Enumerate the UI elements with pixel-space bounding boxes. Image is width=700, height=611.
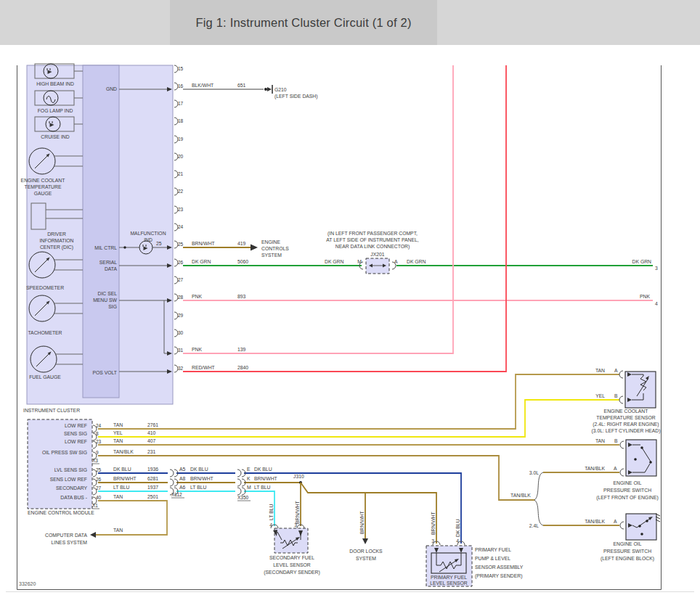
mil-pin-label: 25 xyxy=(156,241,162,246)
oil-switch-front-label-1: ENGINE OIL xyxy=(614,480,642,485)
oil-pressure-switch-block: ENGINE OIL PRESSURE SWITCH (LEFT ENGINE … xyxy=(601,514,660,562)
exit-color-label: PNK xyxy=(640,294,650,299)
primary-assembly-label-2: PUMP & LEVEL xyxy=(475,556,510,561)
x350-pin-label: K xyxy=(247,476,251,481)
jx201-id: JX201 xyxy=(370,252,384,257)
door-locks-label-2: SYSTEM xyxy=(356,556,376,561)
cluster-pin-21: 21 xyxy=(178,171,184,176)
ecm-signal-27: SECONDARY xyxy=(56,485,87,491)
wire-circuit-label: 419 xyxy=(237,241,246,246)
primary-sensor-label-1: PRIMARY FUEL xyxy=(431,575,467,580)
x350-color-label: DK BLU xyxy=(254,467,272,472)
ecm-connector-x1: X1 xyxy=(92,503,98,508)
ecm-label: ENGINE CONTROL MODULE xyxy=(28,510,94,515)
offpage-arrow-icon xyxy=(90,532,96,538)
oil-switch-block-label-2: PRESSURE SWITCH xyxy=(603,549,651,554)
cluster-pin-30: 30 xyxy=(178,330,184,335)
wire-circuit-label: 1937 xyxy=(147,485,158,490)
wire-circuit-label: 1936 xyxy=(147,467,158,472)
secondary-sensor-label-2: LEVEL SENSOR xyxy=(273,562,311,567)
pin3-label: 3 xyxy=(294,522,297,528)
cluster-pin-29: 29 xyxy=(178,313,184,318)
wiring-diagram: INSTRUMENT CLUSTER HIGH BEAM IND FOG LAM… xyxy=(0,0,700,611)
ecm-pin-25: 25 xyxy=(96,467,102,472)
wire-color-label: BRN/WHT xyxy=(113,476,137,481)
primary-assembly-label-1: PRIMARY FUEL xyxy=(475,547,511,552)
engine-controls-label-2: CONTROLS xyxy=(261,246,289,251)
dic-label-2: INFORMATION xyxy=(39,238,73,243)
figure-id: 332620 xyxy=(19,581,36,586)
wire-circuit-label: 2501 xyxy=(147,494,158,499)
pos-volt-label: POS VOLT xyxy=(93,370,118,375)
wire-circuit-label: 5060 xyxy=(237,259,248,264)
x112-pin-label: A5 xyxy=(179,467,186,472)
jx201-note-2: AT LEFT SIDE OF INSTRUMENT PANEL, xyxy=(326,237,419,242)
wire-circuit-label: 407 xyxy=(147,438,156,443)
wire-color-label: DK GRN xyxy=(192,259,211,264)
split-wire-label: TAN/BLK xyxy=(510,493,531,498)
split-bottom-label: 2.4L xyxy=(529,523,539,528)
cluster-pin-15: 15 xyxy=(178,66,184,71)
wire-color-label: TAN xyxy=(113,438,123,443)
wire-circuit-label: 651 xyxy=(237,83,246,88)
tachometer-label: TACHOMETER xyxy=(28,330,62,335)
gnd-label: GND xyxy=(106,86,117,91)
dic-sel-label-3: SIG xyxy=(108,304,117,309)
fuel-gauge-label: FUEL GAUGE xyxy=(29,374,61,380)
cruise-label: CRUISE IND xyxy=(41,134,69,139)
wire-color-label: DK BLU xyxy=(113,467,131,472)
cluster-pin-17: 17 xyxy=(178,101,184,106)
oil-switch-front-label-3: (LEFT FRONT OF ENGINE) xyxy=(596,495,658,501)
door-locks-label-1: DOOR LOCKS xyxy=(349,549,383,554)
branch-top-pin-label: A xyxy=(614,466,617,471)
exit-color-label: DK GRN xyxy=(632,259,652,264)
wire-color-label: LT BLU xyxy=(113,485,130,490)
pin4-wire-label: DK BLU xyxy=(455,519,460,537)
wire-pnk-139: PNK 139 xyxy=(183,65,453,353)
serial-data-label-1: SERIAL xyxy=(99,260,117,265)
wire-brn-wht-419: BRN/WHT 419 ENGINE CONTROLS SYSTEM xyxy=(183,239,289,258)
cluster-pin-32: 32 xyxy=(178,366,184,371)
oil-switch-front-label-2: PRESSURE SWITCH xyxy=(603,488,651,493)
x350-pin-label: M xyxy=(247,485,251,490)
wire-lt-blu-1937: LT BLU 1937 A6 LT BLU M LT BLU xyxy=(98,485,274,526)
speedometer-label: SPEEDOMETER xyxy=(26,285,64,290)
exit-pin-label: 4 xyxy=(655,301,658,306)
instrument-cluster-label: INSTRUMENT CLUSTER xyxy=(23,408,80,413)
pin4-wire-label: LT BLU xyxy=(269,504,274,520)
cluster-pin-22: 22 xyxy=(178,189,184,194)
cluster-pin-31: 31 xyxy=(178,348,184,353)
pin-b-wire-label: TAN xyxy=(595,438,605,443)
branch-bottom-wire-label: TAN/BLK xyxy=(585,519,605,524)
branch-bottom-pin-label: A xyxy=(614,519,617,524)
high-beam-label: HIGH BEAM IND xyxy=(36,81,74,86)
wire-circuit-label: 139 xyxy=(237,347,246,352)
pin3-label: 3 xyxy=(431,538,434,544)
ecm-pin-40: 40 xyxy=(96,495,102,500)
malfunction-label-1: MALFUNCTION xyxy=(130,231,166,236)
engine-controls-label-1: ENGINE xyxy=(261,239,281,245)
wire-color-label: BLK/WHT xyxy=(192,83,213,88)
x112-color-label: BRN/WHT xyxy=(190,476,213,481)
ecm-signal-25: LVL SENS SIG xyxy=(54,467,87,472)
ecm-pin-27: 27 xyxy=(96,485,102,491)
ecm-box: ENGINE CONTROL MODULE LOW REF SENS SIG L… xyxy=(28,419,102,515)
wire-circuit-label: 2840 xyxy=(237,365,248,370)
ecm-signal-9: OIL PRESS SW SIG xyxy=(42,450,87,455)
wire-dk-grn-5060: DK GRN 5060 DK GRN (IN LEFT FRONT PASSEN… xyxy=(183,231,658,274)
wire-color-label: BRN/WHT xyxy=(192,241,215,246)
coolant-temp-sensor: TAN A YEL B ENGINE COOLANT TEMPERATURE S… xyxy=(591,368,660,434)
ecm-connector-x3: X3 xyxy=(92,458,98,463)
dic-label-1: DRIVER xyxy=(47,231,66,237)
x112-color-label: DK BLU xyxy=(190,467,208,472)
malfunction-label-2: IND xyxy=(144,237,152,242)
ecm-pin-26: 26 xyxy=(96,477,102,482)
dic-sel-label-1: DIC SEL xyxy=(98,291,118,296)
wire-blk-wht-651: BLK/WHT 651 G210 (LEFT SIDE DASH) xyxy=(183,83,318,99)
door-locks-wire-label: BRN/WHT xyxy=(359,511,365,534)
ecm-signal-23: LOW REF xyxy=(65,439,87,444)
x112-color-label: LT BLU xyxy=(190,485,207,490)
j310-label: J310 xyxy=(293,474,304,479)
cluster-pin-20: 20 xyxy=(178,154,184,159)
coolant-sensor-label-4: (3.0L: LEFT CYLINDER HEAD) xyxy=(591,428,660,434)
